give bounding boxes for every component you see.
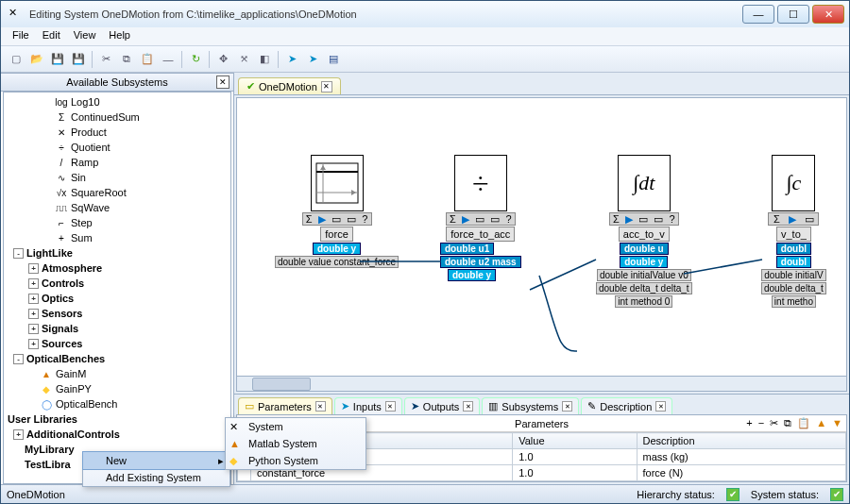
menu-python-system[interactable]: ◆Python System — [226, 452, 366, 469]
port-in[interactable]: doubl — [776, 243, 811, 255]
cut-icon[interactable]: ✂ — [770, 417, 778, 429]
block-acc-to-v[interactable]: ∫dt Σ▶▭▭? acc_to_v double u double y dou… — [596, 155, 692, 308]
up-icon[interactable]: ▲ — [816, 417, 826, 429]
context-menu-library[interactable]: New▸ Add Existing System — [82, 451, 230, 487]
tree-item[interactable]: ✕Product — [8, 125, 230, 140]
saveall-icon[interactable]: 💾 — [69, 50, 88, 69]
close-icon[interactable]: ✕ — [463, 401, 473, 412]
tree-item[interactable]: +AdditionalControls — [8, 427, 230, 442]
minimize-button[interactable]: — — [742, 5, 774, 24]
tab-parameters[interactable]: ▭Parameters✕ — [238, 397, 332, 414]
refresh-icon[interactable]: ↻ — [186, 50, 205, 69]
add-icon[interactable]: + — [746, 417, 752, 429]
tree-item[interactable]: +Sources — [8, 336, 230, 351]
zoom-fit-icon[interactable]: ◧ — [255, 50, 274, 69]
zoom-in-icon[interactable]: ✥ — [213, 50, 232, 69]
tab-outputs[interactable]: ➤Outputs✕ — [404, 397, 481, 414]
tree-item[interactable]: ◆GainPY — [8, 381, 230, 396]
expander-icon[interactable]: + — [28, 339, 39, 349]
block-strip[interactable]: Σ▶▭▭? — [446, 212, 516, 226]
close-button[interactable]: ✕ — [812, 5, 844, 24]
tree-item[interactable]: ÷Quotient — [8, 140, 230, 155]
tree-item[interactable]: ⌐Step — [8, 215, 230, 230]
expander-icon[interactable]: + — [28, 294, 39, 304]
tab-inputs[interactable]: ➤Inputs✕ — [334, 397, 402, 414]
expander-icon[interactable]: + — [28, 324, 39, 334]
close-icon[interactable]: ✕ — [655, 401, 666, 412]
expander-icon[interactable]: + — [28, 263, 39, 274]
delete-icon[interactable]: — — [159, 50, 178, 69]
close-icon[interactable]: ✕ — [385, 401, 396, 412]
menu-edit[interactable]: Edit — [37, 27, 66, 45]
tree-item[interactable]: +Optics — [8, 291, 230, 306]
open-icon[interactable]: 📂 — [27, 50, 46, 69]
menu-view[interactable]: View — [68, 27, 102, 45]
block-strip[interactable]: Σ▶▭▭? — [609, 212, 679, 226]
tree-item[interactable]: +Controls — [8, 276, 230, 291]
tab-onedmotion[interactable]: ✔ OneDMotion ✕ — [238, 77, 341, 94]
close-tab-icon[interactable]: ✕ — [321, 81, 332, 92]
menu-add-existing[interactable]: Add Existing System — [83, 469, 230, 486]
port-in[interactable]: double u1 — [440, 243, 494, 255]
menu-system[interactable]: ✕System — [226, 418, 366, 435]
tree-item[interactable]: +Signals — [8, 321, 230, 336]
port-out[interactable]: double y — [620, 256, 668, 268]
horizontal-scrollbar[interactable] — [237, 376, 846, 391]
block-strip[interactable]: Σ▶▭ — [768, 212, 819, 226]
tree-item[interactable]: User Libraries — [8, 412, 230, 427]
context-submenu-new[interactable]: ✕System ▲Matlab System ◆Python System — [225, 417, 366, 470]
tree-item[interactable]: +Sum — [8, 230, 230, 245]
tree-item[interactable]: /Ramp — [8, 155, 230, 170]
menu-matlab-system[interactable]: ▲Matlab System — [226, 435, 366, 452]
copy-icon[interactable]: ⧉ — [117, 50, 136, 69]
step-icon[interactable]: ➤ — [303, 50, 322, 69]
subsystems-tree[interactable]: logLog10ΣContinuedSum✕Product÷Quotient/R… — [3, 92, 231, 484]
tree-item[interactable]: √xSquareRoot — [8, 185, 230, 200]
maximize-button[interactable]: ☐ — [777, 5, 809, 24]
tree-item[interactable]: ▲GainM — [8, 366, 230, 381]
expander-icon[interactable]: + — [28, 309, 39, 319]
save-icon[interactable]: 💾 — [48, 50, 67, 69]
tree-item[interactable]: +Sensors — [8, 306, 230, 321]
block-strip[interactable]: Σ▶▭▭? — [302, 212, 372, 226]
diagram-canvas[interactable]: Σ▶▭▭? force double y double value consta… — [236, 97, 847, 392]
expander-icon[interactable]: - — [13, 248, 24, 259]
tree-item[interactable]: ∿Sin — [8, 170, 230, 185]
remove-icon[interactable]: − — [758, 417, 764, 429]
tree-item[interactable]: ⎍⎍SqWave — [8, 200, 230, 215]
expander-icon[interactable]: + — [28, 278, 39, 289]
port-out[interactable]: double y — [448, 269, 496, 281]
tab-subsystems[interactable]: ▥Subsystems✕ — [482, 397, 579, 414]
port-in[interactable]: double u2 mass — [440, 256, 521, 268]
port-out[interactable]: double y — [313, 243, 361, 255]
close-icon[interactable]: ✕ — [315, 401, 326, 412]
down-icon[interactable]: ▼ — [832, 417, 842, 429]
tree-item[interactable]: ◯OpticalBench — [8, 396, 230, 412]
menu-new[interactable]: New▸ — [82, 451, 230, 470]
build-icon[interactable]: ▤ — [324, 50, 343, 69]
col-value[interactable]: Value — [513, 433, 637, 449]
block-force-to-acc[interactable]: ÷ Σ▶▭▭? force_to_acc double u1 double u2… — [440, 155, 521, 281]
run-icon[interactable]: ➤ — [282, 50, 301, 69]
paste-icon[interactable]: 📋 — [138, 50, 157, 69]
copy-icon[interactable]: ⧉ — [784, 417, 791, 429]
tree-item[interactable]: -LightLike — [8, 245, 230, 260]
tree-item[interactable]: logLog10 — [8, 94, 230, 109]
close-icon[interactable]: ✕ — [216, 76, 230, 89]
expander-icon[interactable]: + — [13, 429, 24, 440]
menu-help[interactable]: Help — [103, 27, 136, 45]
paste-icon[interactable]: 📋 — [797, 417, 810, 429]
port-out[interactable]: doubl — [776, 256, 811, 268]
cut-icon[interactable]: ✂ — [96, 50, 115, 69]
zoom-out-icon[interactable]: ⤧ — [234, 50, 253, 69]
tab-description[interactable]: ✎Description✕ — [581, 397, 672, 414]
block-v-to-x[interactable]: ∫c Σ▶▭ v_to_ doubl doubl double initialV… — [761, 155, 826, 308]
tree-item[interactable]: -OpticalBenches — [8, 351, 230, 366]
new-icon[interactable]: ▢ — [7, 50, 26, 69]
tree-item[interactable]: ΣContinuedSum — [8, 109, 230, 125]
block-force[interactable]: Σ▶▭▭? force double y double value consta… — [275, 155, 399, 268]
port-in[interactable]: double u — [620, 243, 669, 255]
col-desc[interactable]: Description — [637, 433, 846, 449]
close-icon[interactable]: ✕ — [562, 401, 572, 412]
menu-file[interactable]: File — [7, 27, 35, 45]
